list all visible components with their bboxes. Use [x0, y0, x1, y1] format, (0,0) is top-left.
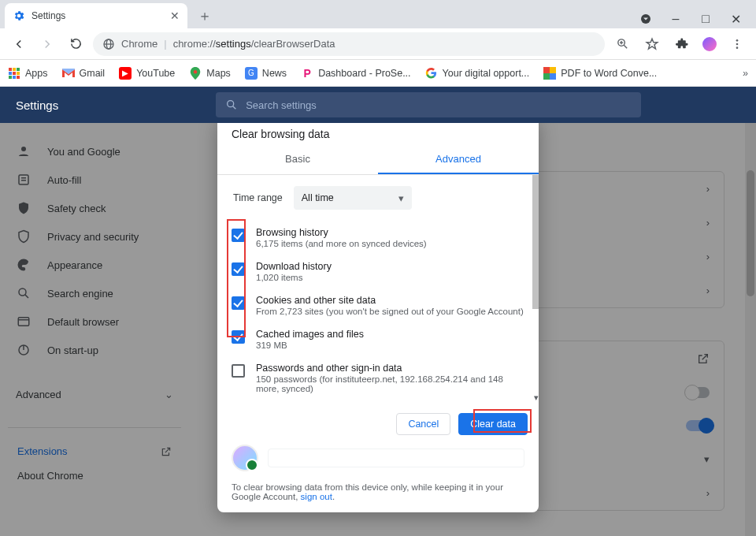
- option-title: Download history: [256, 261, 332, 272]
- svg-point-20: [194, 70, 197, 73]
- clear-data-dialog: Clear browsing data Basic Advanced Time …: [217, 123, 539, 512]
- bookmark-news[interactable]: GNews: [245, 67, 287, 80]
- profile-avatar[interactable]: [701, 35, 718, 53]
- dialog-scrollbar[interactable]: ▾: [531, 175, 539, 403]
- footer-text: To clear browsing data from this device …: [232, 482, 503, 501]
- checkbox[interactable]: [232, 364, 245, 378]
- bookmark-label: News: [262, 68, 287, 79]
- checkbox[interactable]: [232, 330, 245, 344]
- time-range-select[interactable]: All time ▾: [294, 186, 412, 210]
- new-tab-button[interactable]: ＋: [194, 5, 216, 27]
- window-close[interactable]: ✕: [726, 9, 745, 28]
- youtube-icon: ▶: [119, 67, 132, 80]
- svg-rect-18: [13, 76, 16, 79]
- maps-icon: [189, 67, 202, 80]
- pinterest-icon: P: [301, 67, 313, 80]
- settings-appbar: Settings Search settings: [0, 87, 756, 123]
- url-path: /clearBrowserData: [251, 38, 335, 50]
- zoom-icon[interactable]: [611, 33, 633, 55]
- tab-advanced[interactable]: Advanced: [378, 145, 539, 174]
- browser-tab[interactable]: Settings ✕: [5, 3, 187, 28]
- option-cache[interactable]: Cached images and files319 MB: [228, 322, 528, 356]
- dialog-tabs: Basic Advanced: [217, 145, 539, 175]
- bookmark-pdf[interactable]: PDF to Word Conve...: [543, 67, 657, 80]
- bookmarks-overflow-icon[interactable]: »: [743, 68, 748, 79]
- option-title: Cached images and files: [256, 329, 364, 340]
- bookmark-maps[interactable]: Maps: [189, 67, 231, 80]
- url-host: settings: [216, 38, 251, 50]
- option-sub: From 2,723 sites (you won't be signed ou…: [256, 307, 524, 316]
- option-passwords[interactable]: Passwords and other sign-in data150 pass…: [228, 356, 528, 400]
- site-info-icon[interactable]: [102, 38, 115, 50]
- svg-rect-17: [9, 76, 12, 79]
- svg-rect-21: [543, 67, 550, 73]
- svg-line-5: [624, 45, 627, 48]
- extensions-icon[interactable]: [671, 33, 693, 55]
- back-button[interactable]: [8, 33, 30, 55]
- search-placeholder: Search settings: [246, 99, 317, 111]
- chevron-down-icon: ▾: [398, 192, 404, 204]
- svg-rect-22: [550, 67, 556, 73]
- svg-point-25: [228, 101, 234, 107]
- dialog-title: Clear browsing data: [217, 123, 539, 145]
- svg-rect-13: [17, 68, 20, 71]
- option-download-history[interactable]: Download history1,020 items: [228, 255, 528, 288]
- bookmarks-bar: Apps Gmail ▶YouTube Maps GNews PDashboar…: [0, 60, 756, 87]
- bookmark-label: Apps: [25, 68, 48, 79]
- bookmark-label: YouTube: [136, 68, 175, 79]
- bookmark-dashboard[interactable]: PDashboard - ProSe...: [301, 67, 410, 80]
- svg-rect-15: [13, 72, 16, 75]
- user-avatar-icon: [232, 445, 258, 471]
- apps-icon: [8, 67, 20, 80]
- svg-rect-12: [13, 68, 16, 71]
- svg-rect-11: [9, 68, 12, 71]
- sign-out-link[interactable]: sign out: [301, 492, 332, 501]
- scrollbar-thumb[interactable]: [532, 175, 539, 309]
- bookmark-label: Maps: [206, 68, 231, 79]
- footer-text-2: .: [332, 492, 335, 501]
- address-bar[interactable]: Chrome | chrome://settings/clearBrowserD…: [93, 32, 605, 56]
- window-maximize[interactable]: □: [696, 9, 715, 28]
- option-sub: 6,175 items (and more on synced devices): [256, 239, 427, 248]
- svg-rect-16: [17, 72, 20, 75]
- bookmark-gmail[interactable]: Gmail: [62, 67, 106, 80]
- clear-data-button[interactable]: Clear data: [458, 413, 528, 435]
- gear-icon: [13, 9, 25, 22]
- bookmark-label: Your digital opport...: [443, 68, 530, 79]
- gmail-icon: [62, 67, 75, 80]
- incognito-icon[interactable]: [636, 9, 655, 28]
- close-icon[interactable]: ✕: [170, 9, 180, 22]
- page-title: Settings: [16, 99, 58, 112]
- forward-button[interactable]: [36, 33, 58, 55]
- scroll-down-icon[interactable]: ▾: [534, 393, 539, 403]
- url-prefix: chrome://: [173, 38, 216, 50]
- pdf-icon: [543, 67, 556, 80]
- select-value: All time: [302, 192, 334, 203]
- checkbox[interactable]: [232, 262, 245, 276]
- option-title: Cookies and other site data: [256, 295, 524, 306]
- tab-basic[interactable]: Basic: [217, 145, 378, 174]
- checkbox[interactable]: [232, 229, 245, 242]
- svg-rect-24: [550, 73, 556, 80]
- svg-point-8: [736, 39, 739, 42]
- option-sub: 1,020 items: [256, 273, 332, 282]
- reload-button[interactable]: [65, 33, 87, 55]
- menu-icon[interactable]: [726, 33, 748, 55]
- option-sub: 150 passwords (for instituteerp.net, 192…: [256, 374, 524, 393]
- svg-line-26: [233, 106, 236, 110]
- settings-search-input[interactable]: Search settings: [216, 92, 641, 117]
- option-title: Browsing history: [256, 227, 427, 238]
- svg-rect-19: [17, 76, 20, 79]
- option-cookies[interactable]: Cookies and other site dataFrom 2,723 si…: [228, 288, 528, 322]
- time-range-label: Time range: [233, 192, 283, 203]
- bookmark-label: Gmail: [80, 68, 106, 79]
- option-browsing-history[interactable]: Browsing history6,175 items (and more on…: [228, 221, 528, 255]
- bookmark-star-icon[interactable]: [641, 33, 663, 55]
- bookmark-youtube[interactable]: ▶YouTube: [119, 67, 175, 80]
- window-minimize[interactable]: –: [666, 9, 685, 28]
- user-info-placeholder: [268, 449, 524, 467]
- bookmark-digital[interactable]: Your digital opport...: [425, 67, 530, 80]
- cancel-button[interactable]: Cancel: [396, 413, 450, 435]
- checkbox[interactable]: [232, 296, 245, 310]
- bookmark-apps[interactable]: Apps: [8, 67, 48, 80]
